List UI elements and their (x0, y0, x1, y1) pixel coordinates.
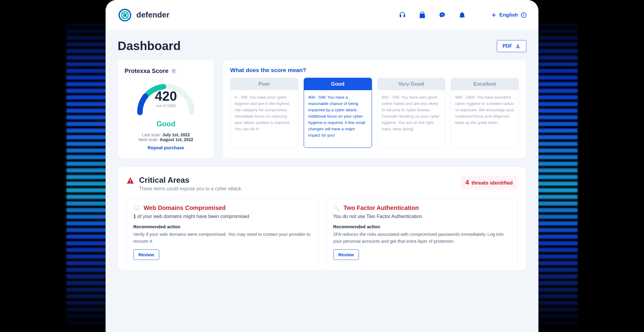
page-title: Dashboard (118, 39, 181, 53)
tier-head: Excellent (451, 78, 519, 90)
score-meaning-card: What does the score mean? Poor 0 - 399: … (223, 60, 526, 158)
help-icon[interactable]: ? (171, 68, 176, 74)
threat-summary-count: 1 (133, 214, 136, 219)
score-title-row: Protexxa Score ? (125, 68, 207, 74)
threat-summary: 1 of your web domains might have been co… (133, 214, 311, 219)
next-scan-value: August 1st, 2022 (160, 137, 193, 142)
next-scan-label: Next scan: (138, 137, 158, 142)
tier-body: 0 - 399: You have poor cyber hygiene and… (230, 90, 298, 137)
review-button[interactable]: Review (133, 249, 159, 260)
tier-body: 400 - 599: You have a reasonable chance … (304, 90, 372, 143)
threat-card-2fa: Two Factor Authentication You do not use… (326, 198, 518, 267)
score-value: 420 (133, 90, 199, 103)
monitor-icon (133, 205, 140, 211)
tier-body: 800 - 1000: You have excellent cyber hyg… (451, 90, 519, 130)
brand-block[interactable]: defender (118, 8, 170, 22)
tier-very-good[interactable]: Very Good 600 - 799: You have very good … (377, 78, 446, 148)
tier-excellent[interactable]: Excellent 800 - 1000: You have excellent… (451, 78, 519, 148)
threat-grid: Web Domains Compromised 1 of your web do… (126, 198, 518, 267)
tier-head: Poor (230, 78, 298, 90)
decorative-glow-right (535, 18, 578, 332)
threat-count: 4 (465, 179, 469, 186)
key-icon (333, 205, 340, 211)
review-button[interactable]: Review (333, 249, 359, 260)
tier-good[interactable]: Good 400 - 599: You have a reasonable ch… (304, 78, 372, 148)
shopping-bag-icon[interactable] (419, 11, 426, 19)
critical-heading: Critical Areas (139, 175, 242, 185)
score-meaning-title: What does the score mean? (230, 67, 519, 74)
page-head: Dashboard PDF (118, 39, 526, 53)
arrow-left-icon (491, 12, 496, 18)
last-scan-value: July 1st, 2022 (162, 132, 190, 137)
critical-subheading: These items could expose you to a cyber … (139, 186, 242, 191)
tier-body: 600 - 799: You have very good online hab… (378, 90, 445, 137)
content: Dashboard PDF Protexxa Score ? (106, 30, 538, 270)
threat-title: Web Domains Compromised (144, 204, 226, 211)
score-card: Protexxa Score ? 420 out of 1000 (118, 60, 214, 158)
critical-head: Critical Areas These items could expose … (126, 175, 518, 191)
stage: defender English i Dashboard PDF (0, 0, 644, 332)
tier-poor[interactable]: Poor 0 - 399: You have poor cyber hygien… (230, 78, 298, 148)
threat-title: Two Factor Authentication (344, 204, 419, 211)
support-headset-icon[interactable] (399, 11, 406, 19)
last-scan-label: Last scan: (142, 132, 161, 137)
tier-head: Very Good (378, 78, 445, 90)
threat-summary: You do not use Two Factor Authentication… (333, 214, 511, 219)
recommended-action-label: Recommended action (133, 224, 311, 229)
tier-head: Good (304, 78, 372, 90)
bell-icon[interactable] (458, 11, 466, 19)
download-icon (515, 43, 521, 49)
threat-card-web-domains: Web Domains Compromised 1 of your web do… (126, 198, 318, 267)
app-window: defender English i Dashboard PDF (106, 0, 538, 332)
info-icon: i (521, 12, 526, 18)
row-score-meaning: Protexxa Score ? 420 out of 1000 (118, 60, 526, 158)
svg-point-6 (442, 14, 442, 15)
language-switcher[interactable]: English i (491, 12, 526, 18)
gauge-text: 420 out of 1000 (133, 90, 199, 108)
export-pdf-label: PDF (503, 43, 512, 49)
export-pdf-button[interactable]: PDF (497, 40, 526, 52)
threat-count-badge: 4 threats identified (461, 175, 518, 189)
brand-logo-icon (118, 8, 132, 22)
score-tiers: Poor 0 - 399: You have poor cyber hygien… (230, 78, 519, 148)
repeat-purchase-link[interactable]: Repeat purchase (125, 145, 207, 150)
chat-icon[interactable] (439, 11, 446, 19)
critical-areas-card: Critical Areas These items could expose … (118, 167, 526, 270)
recommended-action-body: Verify if your web domains were compromi… (133, 231, 311, 245)
score-gauge: 420 out of 1000 (133, 76, 199, 119)
brand-name: defender (136, 10, 170, 20)
svg-point-5 (441, 14, 441, 15)
critical-head-left: Critical Areas These items could expose … (126, 175, 242, 191)
language-label: English (500, 12, 518, 18)
recommended-action-label: Recommended action (333, 224, 511, 229)
threat-count-label: threats identified (471, 180, 513, 186)
svg-rect-8 (134, 206, 139, 209)
topbar: defender English i (106, 0, 538, 30)
topbar-icons (399, 11, 466, 19)
score-title: Protexxa Score (125, 68, 169, 74)
recommended-action-body: 2FA reduces the risks associated with co… (333, 231, 511, 245)
threat-summary-text: You do not use Two Factor Authentication… (333, 214, 424, 219)
score-out-of: out of 1000 (133, 103, 199, 108)
svg-point-7 (443, 14, 443, 15)
warning-triangle-icon (126, 177, 134, 185)
score-rating: Good (125, 120, 207, 128)
scan-lines: Last scan: July 1st, 2022 Next scan: Aug… (125, 132, 207, 142)
decorative-glow-left (66, 18, 109, 332)
threat-summary-text: of your web domains might have been comp… (136, 214, 249, 219)
